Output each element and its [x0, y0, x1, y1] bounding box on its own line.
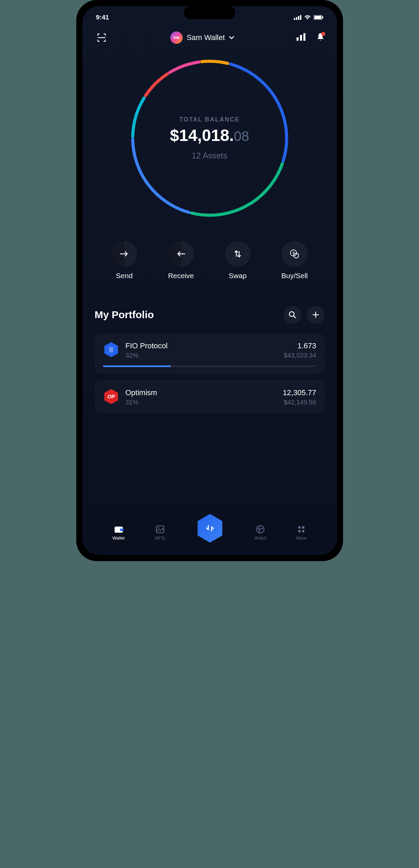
globe-icon	[256, 525, 265, 534]
svg-rect-6	[322, 16, 323, 18]
asset-card[interactable]: FIO Protocol32%1.673$43,023.34	[95, 333, 325, 374]
asset-value: $43,023.34	[284, 352, 316, 359]
nav-wallet[interactable]: Wallet	[113, 524, 125, 541]
assets-list: FIO Protocol32%1.673$43,023.34OPOptimism…	[95, 333, 325, 413]
receive-button[interactable]: Receive	[168, 241, 194, 280]
chevron-down-icon	[229, 36, 234, 39]
notch	[184, 6, 235, 19]
wifi-icon	[304, 15, 311, 20]
svg-rect-8	[300, 35, 302, 41]
portfolio-title: My Portfolio	[95, 309, 154, 321]
scan-button[interactable]	[95, 31, 108, 44]
search-icon	[289, 311, 296, 319]
avatar: SW	[170, 31, 183, 44]
battery-icon	[314, 15, 323, 20]
svg-rect-1	[296, 17, 297, 20]
exchange-icon	[205, 523, 215, 534]
svg-rect-25	[302, 530, 304, 532]
svg-point-20	[158, 527, 159, 529]
add-button[interactable]	[307, 306, 325, 324]
send-button[interactable]: Send	[111, 241, 137, 280]
svg-rect-5	[314, 16, 321, 19]
allocation-ring	[128, 56, 292, 220]
wallet-name: Sam Wallet	[187, 33, 225, 42]
asset-amount: 1.673	[284, 341, 316, 350]
progress-bar	[103, 365, 316, 367]
scan-icon	[96, 33, 107, 43]
receive-label: Receive	[168, 272, 194, 280]
svg-rect-22	[298, 526, 301, 529]
plus-icon	[312, 311, 319, 318]
svg-rect-7	[297, 37, 299, 41]
asset-value: $42,149.56	[283, 399, 316, 406]
svg-rect-18	[120, 529, 123, 531]
svg-rect-0	[294, 18, 295, 20]
wallet-icon	[114, 525, 123, 533]
svg-rect-24	[298, 530, 301, 532]
grid-icon	[298, 526, 305, 533]
svg-rect-23	[302, 526, 304, 529]
svg-rect-3	[300, 15, 301, 20]
portfolio-section: My Portfolio FIO Protocol32%1.673$43,023…	[82, 294, 337, 413]
search-button[interactable]	[284, 306, 301, 324]
balance-ring: TOTAL BALANCE $14,018.08 12 Assets	[128, 56, 292, 220]
nav-nfts-label: NFTs	[155, 535, 165, 541]
bars-icon	[297, 33, 305, 41]
asset-pct: 32%	[126, 352, 168, 359]
asset-name: FIO Protocol	[126, 341, 168, 350]
wallet-selector[interactable]: SW Sam Wallet	[170, 31, 235, 44]
svg-rect-9	[303, 33, 305, 41]
action-row: Send Receive Swap $ Buy/Sell	[82, 220, 337, 294]
screen: 9:41 SW Sam Wallet	[82, 6, 337, 555]
swap-label: Swap	[229, 272, 247, 280]
notification-dot	[321, 32, 325, 36]
coin-icon: $	[290, 249, 299, 259]
arrow-right-icon	[120, 251, 129, 257]
swap-button[interactable]: Swap	[225, 241, 251, 280]
bottom-nav: Wallet NFTs Web3 More	[91, 517, 329, 547]
app-header: SW Sam Wallet	[82, 21, 337, 53]
portfolio-header: My Portfolio	[95, 306, 325, 324]
send-label: Send	[116, 272, 133, 280]
asset-icon: OP	[103, 388, 119, 405]
status-indicators	[294, 15, 323, 20]
status-time: 9:41	[96, 14, 109, 21]
nav-center-button[interactable]	[196, 514, 224, 543]
swap-icon	[234, 249, 242, 258]
asset-card[interactable]: OPOptimism31%12,305.77$42,149.56	[95, 380, 325, 413]
nav-wallet-label: Wallet	[113, 535, 125, 541]
nav-nfts[interactable]: NFTs	[155, 524, 165, 541]
asset-pct: 31%	[126, 399, 157, 406]
cellular-icon	[294, 15, 301, 20]
asset-amount: 12,305.77	[283, 388, 316, 397]
stats-button[interactable]	[297, 33, 305, 42]
svg-text:OP: OP	[107, 393, 115, 399]
buysell-label: Buy/Sell	[281, 272, 308, 280]
svg-rect-2	[298, 16, 299, 20]
asset-name: Optimism	[126, 388, 157, 397]
arrow-left-icon	[176, 251, 185, 257]
nav-web3[interactable]: Web3	[254, 524, 266, 541]
notifications-button[interactable]	[316, 33, 325, 43]
nav-web3-label: Web3	[254, 535, 266, 541]
nav-more-label: More	[297, 535, 307, 541]
buysell-button[interactable]: $ Buy/Sell	[281, 241, 308, 280]
phone-frame: 9:41 SW Sam Wallet	[76, 0, 343, 561]
asset-icon	[103, 341, 119, 358]
nav-more[interactable]: More	[297, 524, 307, 541]
image-icon	[156, 525, 165, 533]
